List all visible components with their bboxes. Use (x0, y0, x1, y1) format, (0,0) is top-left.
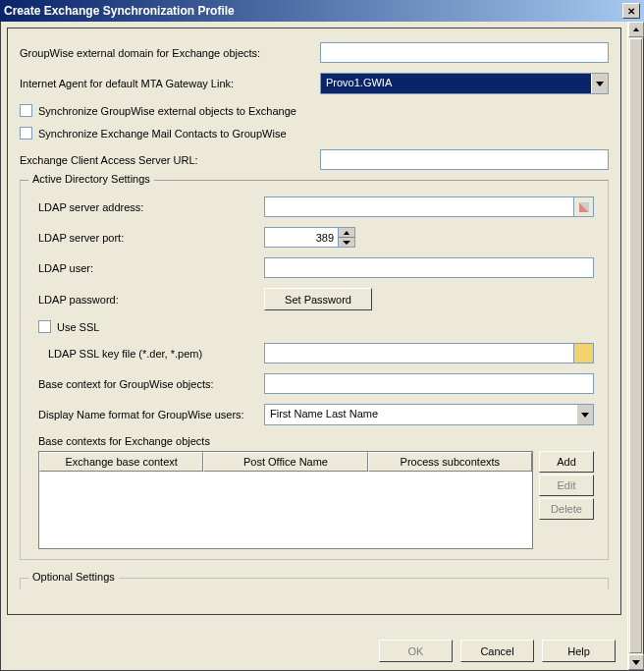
folder-icon[interactable] (574, 343, 594, 363)
scroll-down-icon[interactable] (628, 654, 644, 670)
use-ssl-label: Use SSL (57, 321, 99, 333)
spinner-up-icon[interactable] (339, 228, 354, 238)
vertical-scrollbar[interactable] (627, 22, 643, 670)
chevron-down-icon[interactable] (591, 74, 608, 93)
pencil-icon[interactable] (574, 196, 594, 217)
set-password-button[interactable]: Set Password (264, 288, 372, 310)
base-ctx-gw-label: Base context for GroupWise objects: (38, 378, 264, 390)
table-header: Exchange base context Post Office Name P… (39, 452, 532, 472)
scrollbar-thumb[interactable] (629, 38, 642, 653)
ldap-user-label: LDAP user: (38, 262, 264, 274)
ad-settings-legend: Active Directory Settings (28, 173, 154, 185)
ldap-server-label: LDAP server address: (38, 201, 264, 213)
col-exchange-base[interactable]: Exchange base context (39, 452, 203, 472)
ssl-key-label: LDAP SSL key file (*.der, *.pem) (48, 348, 264, 360)
internet-agent-value: Provo1.GWIA (321, 74, 591, 93)
dialog-buttons: OK Cancel Help (379, 640, 616, 662)
scroll-up-icon[interactable] (628, 22, 644, 37)
exchange-contexts-table[interactable]: Exchange base context Post Office Name P… (38, 451, 533, 549)
col-process-sub[interactable]: Process subcontexts (368, 452, 532, 472)
edit-button[interactable]: Edit (539, 475, 594, 496)
table-body (39, 472, 532, 548)
titlebar: Create Exchange Synchronization Profile … (0, 0, 644, 22)
help-button[interactable]: Help (542, 640, 616, 662)
sync-gw-to-ex-checkbox[interactable] (20, 104, 32, 117)
base-ctx-ex-label: Base contexts for Exchange objects (38, 435, 594, 447)
cancel-button[interactable]: Cancel (460, 640, 534, 662)
ok-button[interactable]: OK (379, 640, 453, 662)
main-panel: GroupWise external domain for Exchange o… (7, 28, 621, 615)
base-ctx-gw-input[interactable] (264, 373, 594, 394)
ad-settings-group: Active Directory Settings LDAP server ad… (20, 180, 609, 560)
delete-button[interactable]: Delete (539, 498, 594, 520)
internet-agent-label: Internet Agent for default MTA Gateway L… (20, 78, 320, 89)
display-name-fmt-label: Display Name format for GroupWise users: (38, 409, 264, 420)
use-ssl-checkbox[interactable] (38, 320, 51, 333)
internet-agent-dropdown[interactable]: Provo1.GWIA (320, 73, 609, 94)
display-name-fmt-dropdown[interactable]: First Name Last Name (264, 404, 594, 425)
sync-ex-to-gw-label: Synchronize Exchange Mail Contacts to Gr… (38, 128, 287, 140)
ldap-port-spinner[interactable] (264, 227, 355, 248)
external-domain-input[interactable] (320, 42, 609, 63)
cas-url-input[interactable] (320, 149, 609, 170)
window-title: Create Exchange Synchronization Profile (4, 4, 622, 18)
content-area: GroupWise external domain for Exchange o… (1, 22, 627, 670)
ldap-port-input[interactable] (264, 227, 339, 248)
chevron-down-icon[interactable] (576, 405, 593, 424)
cas-url-label: Exchange Client Access Server URL: (20, 154, 320, 166)
add-button[interactable]: Add (539, 451, 594, 473)
sync-gw-to-ex-label: Synchronize GroupWise external objects t… (38, 105, 296, 117)
optional-settings-legend: Optional Settings (28, 571, 119, 583)
external-domain-label: GroupWise external domain for Exchange o… (20, 47, 320, 59)
ldap-server-input[interactable] (264, 196, 574, 217)
close-button[interactable]: ✕ (622, 3, 640, 19)
ldap-user-input[interactable] (264, 257, 594, 278)
ldap-port-label: LDAP server port: (38, 232, 264, 244)
display-name-fmt-value: First Name Last Name (265, 405, 576, 424)
spinner-down-icon[interactable] (339, 238, 354, 247)
optional-settings-group: Optional Settings (20, 578, 609, 589)
ssl-key-input[interactable] (264, 343, 574, 363)
sync-ex-to-gw-checkbox[interactable] (20, 127, 32, 140)
window-body: GroupWise external domain for Exchange o… (0, 22, 644, 671)
ldap-password-label: LDAP password: (38, 294, 264, 306)
col-po-name[interactable]: Post Office Name (203, 452, 367, 472)
